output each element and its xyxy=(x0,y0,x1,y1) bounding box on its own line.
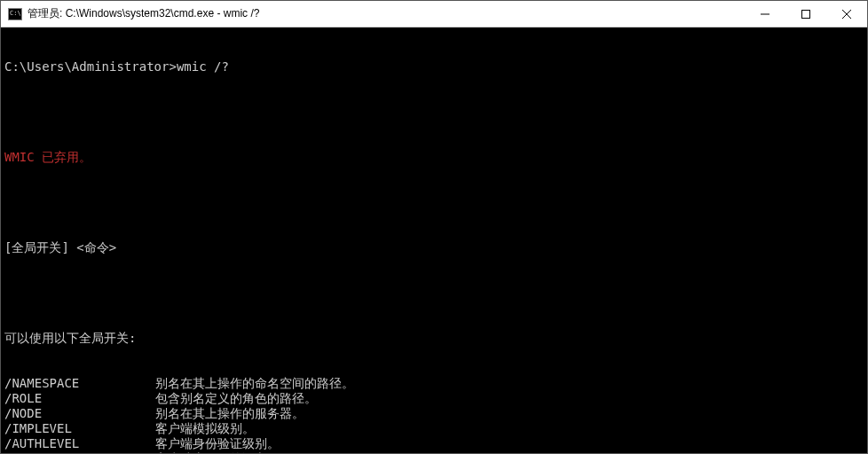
switches-intro: 可以使用以下全局开关: xyxy=(4,331,864,346)
blank-line xyxy=(4,286,864,301)
switch-name: /ROLE xyxy=(4,391,155,406)
switch-desc: 客户端应使用的语言 ID。 xyxy=(155,451,302,453)
close-button[interactable] xyxy=(826,1,867,27)
switch-name: /LOCALE xyxy=(4,451,155,453)
window-controls xyxy=(745,1,867,27)
window-title: 管理员: C:\Windows\system32\cmd.exe - wmic … xyxy=(28,6,745,21)
prompt-line: C:\Users\Administrator>wmic /? xyxy=(4,59,864,74)
prompt: C:\Users\Administrator> xyxy=(4,59,177,74)
minimize-button[interactable] xyxy=(745,1,785,27)
maximize-button[interactable] xyxy=(785,1,826,27)
switch-desc: 别名在其上操作的命名空间的路径。 xyxy=(155,376,354,391)
cmd-window: 管理员: C:\Windows\system32\cmd.exe - wmic … xyxy=(0,0,868,454)
blank-line xyxy=(4,105,864,120)
switch-row: /NAMESPACE别名在其上操作的命名空间的路径。 xyxy=(4,376,864,391)
switch-name: /NAMESPACE xyxy=(4,376,155,391)
minimize-icon xyxy=(761,10,769,19)
maximize-icon xyxy=(801,10,810,19)
switch-desc: 包含别名定义的角色的路径。 xyxy=(155,391,317,406)
terminal-output[interactable]: C:\Users\Administrator>wmic /? WMIC 已弃用。… xyxy=(1,27,867,453)
switch-row: /NODE别名在其上操作的服务器。 xyxy=(4,406,864,421)
switches-list: /NAMESPACE别名在其上操作的命名空间的路径。/ROLE包含别名定义的角色… xyxy=(4,376,864,453)
syntax-line: [全局开关] <命令> xyxy=(4,240,864,255)
close-icon xyxy=(842,10,851,19)
switch-name: /AUTHLEVEL xyxy=(4,436,155,451)
switch-desc: 客户端模拟级别。 xyxy=(155,421,255,436)
titlebar[interactable]: 管理员: C:\Windows\system32\cmd.exe - wmic … xyxy=(1,1,867,27)
svg-rect-1 xyxy=(802,10,810,18)
switch-name: /NODE xyxy=(4,406,155,421)
switch-desc: 别名在其上操作的服务器。 xyxy=(155,406,304,421)
deprecated-warning: WMIC 已弃用。 xyxy=(4,150,864,165)
switch-row: /LOCALE客户端应使用的语言 ID。 xyxy=(4,451,864,453)
switch-name: /IMPLEVEL xyxy=(4,421,155,436)
blank-line xyxy=(4,195,864,210)
command: wmic /? xyxy=(177,59,229,74)
cmd-icon xyxy=(8,8,22,20)
switch-row: /IMPLEVEL客户端模拟级别。 xyxy=(4,421,864,436)
switch-desc: 客户端身份验证级别。 xyxy=(155,436,280,451)
switch-row: /ROLE包含别名定义的角色的路径。 xyxy=(4,391,864,406)
switch-row: /AUTHLEVEL客户端身份验证级别。 xyxy=(4,436,864,451)
